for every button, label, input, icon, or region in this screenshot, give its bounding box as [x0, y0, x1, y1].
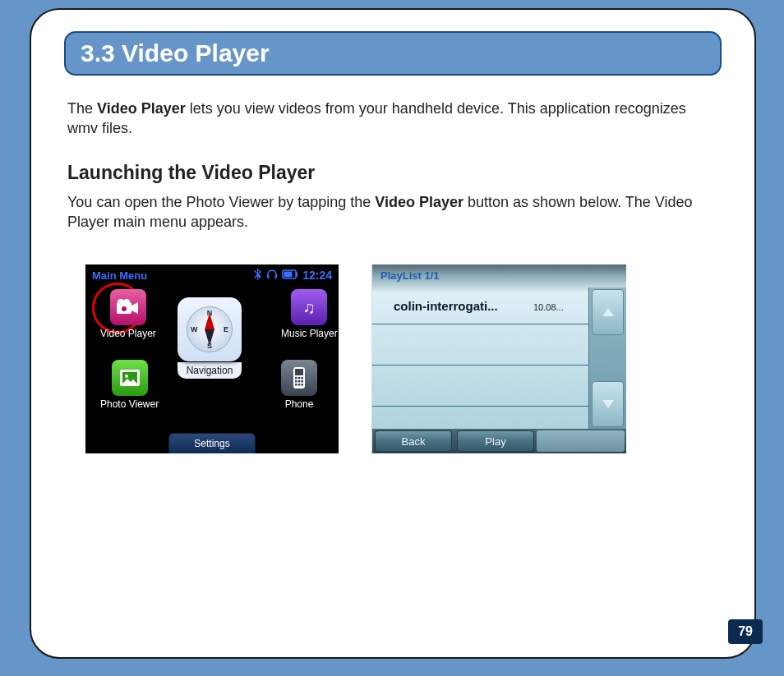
- photo-viewer-label: Photo Viewer: [100, 398, 159, 410]
- main-menu-screenshot: Main Menu 12:24: [85, 264, 339, 453]
- navigation-label: Navigation: [178, 362, 242, 379]
- section-title-bar: 3.3 Video Player: [64, 31, 722, 76]
- chevron-down-icon: [602, 400, 614, 408]
- playlist-item-time: 10.08...: [533, 302, 564, 312]
- navigation-app[interactable]: N S E W Navigation: [178, 297, 242, 379]
- music-player-label: Music Player: [281, 328, 338, 339]
- compass-icon: N S E W: [178, 297, 242, 361]
- chevron-up-icon: [602, 308, 614, 316]
- play-button[interactable]: Play: [457, 430, 534, 452]
- svg-rect-13: [295, 369, 303, 375]
- playlist-scrollbar: [588, 287, 626, 429]
- camcorder-icon: [110, 289, 146, 325]
- compass-e: E: [224, 325, 228, 333]
- settings-button[interactable]: Settings: [168, 433, 255, 453]
- svg-rect-4: [284, 272, 293, 278]
- divider-icon: [372, 324, 589, 324]
- video-player-label: Video Player: [100, 328, 156, 339]
- svg-rect-0: [267, 275, 270, 278]
- svg-rect-20: [295, 384, 297, 386]
- svg-point-7: [123, 299, 130, 306]
- compass-n: N: [207, 309, 213, 317]
- intro-bold: Video Player: [97, 100, 186, 117]
- svg-rect-1: [275, 275, 278, 278]
- music-player-app[interactable]: ♫ Music Player: [281, 289, 338, 339]
- svg-point-6: [118, 299, 124, 306]
- section-number: 3.3: [81, 39, 115, 67]
- headphones-icon: [266, 269, 278, 282]
- playlist-toolbar: Back Play: [372, 429, 626, 453]
- bluetooth-icon: [253, 269, 263, 283]
- launch-bold: Video Player: [375, 194, 463, 210]
- launch-pre: You can open the Photo Viewer by tapping…: [67, 194, 375, 210]
- settings-tab-area: Settings: [85, 432, 339, 453]
- svg-rect-22: [301, 384, 303, 386]
- phone-label: Phone: [281, 398, 317, 410]
- manual-page: 3.3 Video Player The Video Player lets y…: [30, 8, 756, 659]
- svg-rect-17: [295, 380, 297, 383]
- scroll-down-button[interactable]: [592, 381, 624, 427]
- main-menu-label: Main Menu: [92, 269, 147, 282]
- launch-paragraph: You can open the Photo Viewer by tapping…: [67, 192, 718, 232]
- photo-icon: [112, 360, 148, 396]
- svg-rect-16: [301, 377, 303, 379]
- svg-rect-18: [298, 380, 301, 383]
- figure-row: Main Menu 12:24: [85, 264, 722, 453]
- scroll-track: [589, 337, 626, 379]
- section-title: 3.3 Video Player: [81, 39, 705, 67]
- svg-rect-21: [298, 384, 301, 386]
- intro-paragraph: The Video Player lets you view videos fr…: [67, 99, 718, 139]
- app-grid: Video Player ♫ Music Player Photo Viewer: [85, 284, 339, 432]
- status-bar: Main Menu 12:24: [85, 264, 339, 284]
- svg-rect-15: [298, 377, 301, 379]
- divider-icon: [372, 406, 589, 407]
- svg-rect-3: [296, 273, 297, 277]
- phone-app[interactable]: Phone: [281, 360, 317, 410]
- svg-point-11: [125, 375, 128, 378]
- clock-text: 12:24: [302, 269, 332, 282]
- music-note-icon: ♫: [291, 289, 327, 325]
- subheading: Launching the Video Player: [67, 162, 718, 184]
- playlist-item-name[interactable]: colin-interrogati...: [394, 299, 498, 313]
- video-player-app[interactable]: Video Player: [100, 289, 156, 339]
- status-icons: 12:24: [253, 269, 332, 283]
- divider-icon: [372, 365, 589, 366]
- playlist-screenshot: PlayList 1/1 colin-interrogati... 10.08.…: [371, 264, 626, 453]
- section-name: Video Player: [122, 39, 270, 67]
- svg-rect-19: [301, 380, 303, 383]
- intro-pre: The: [67, 100, 97, 117]
- svg-rect-14: [295, 377, 297, 379]
- toolbar-spacer: [537, 430, 625, 452]
- page-number-badge: 79: [728, 619, 763, 644]
- svg-point-8: [122, 306, 127, 311]
- scroll-up-button[interactable]: [592, 289, 624, 335]
- compass-s: S: [207, 342, 212, 350]
- back-button[interactable]: Back: [375, 430, 452, 452]
- phone-icon: [281, 360, 317, 396]
- compass-w: W: [191, 325, 198, 333]
- photo-viewer-app[interactable]: Photo Viewer: [100, 360, 159, 410]
- battery-icon: [281, 269, 299, 282]
